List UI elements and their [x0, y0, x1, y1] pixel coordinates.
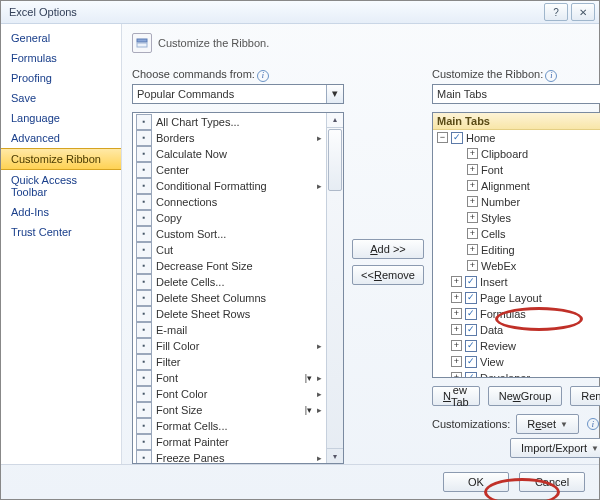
- sidebar-item-save[interactable]: Save: [1, 88, 121, 108]
- expand-icon[interactable]: +: [451, 276, 462, 287]
- help-icon[interactable]: ?: [544, 3, 568, 21]
- tree-node-insert[interactable]: +✓Insert: [433, 274, 600, 290]
- checkbox[interactable]: ✓: [465, 292, 477, 304]
- info-icon[interactable]: i: [257, 70, 269, 82]
- command-item[interactable]: ▪Connections: [134, 194, 325, 210]
- expand-icon[interactable]: +: [451, 372, 462, 378]
- command-item[interactable]: ▪Custom Sort...: [134, 226, 325, 242]
- command-item[interactable]: ▪E-mail: [134, 322, 325, 338]
- new-tab-button[interactable]: New Tab: [432, 386, 480, 406]
- tree-node-group[interactable]: +Cells: [433, 226, 600, 242]
- tree-node-group[interactable]: +WebEx: [433, 258, 600, 274]
- tree-node-view[interactable]: +✓View: [433, 354, 600, 370]
- scroll-up-icon[interactable]: ▴: [327, 113, 343, 128]
- ok-button[interactable]: OK: [443, 472, 509, 492]
- combo-indicator-icon: |▾: [305, 405, 312, 415]
- command-icon: ▪: [136, 338, 152, 354]
- tree-node-home[interactable]: −✓Home: [433, 130, 600, 146]
- close-icon[interactable]: ✕: [571, 3, 595, 21]
- tree-node-formulas[interactable]: +✓Formulas: [433, 306, 600, 322]
- new-group-button[interactable]: New Group: [488, 386, 563, 406]
- checkbox[interactable]: ✓: [451, 132, 463, 144]
- checkbox[interactable]: ✓: [465, 340, 477, 352]
- tree-node-page-layout[interactable]: +✓Page Layout: [433, 290, 600, 306]
- command-item[interactable]: ▪Calculate Now: [134, 146, 325, 162]
- expand-icon[interactable]: +: [451, 292, 462, 303]
- remove-button[interactable]: << Remove: [352, 265, 424, 285]
- expand-icon[interactable]: +: [451, 324, 462, 335]
- tree-node-group[interactable]: +Styles: [433, 210, 600, 226]
- command-item[interactable]: ▪All Chart Types...: [134, 114, 325, 130]
- checkbox[interactable]: ✓: [465, 356, 477, 368]
- tree-node-group[interactable]: +Clipboard: [433, 146, 600, 162]
- expand-icon[interactable]: +: [451, 340, 462, 351]
- expand-icon[interactable]: +: [451, 356, 462, 367]
- rename-button[interactable]: Rename...: [570, 386, 600, 406]
- sidebar-item-language[interactable]: Language: [1, 108, 121, 128]
- command-item[interactable]: ▪Fill Color▸: [134, 338, 325, 354]
- command-item[interactable]: ▪Cut: [134, 242, 325, 258]
- command-item[interactable]: ▪Freeze Panes▸: [134, 450, 325, 464]
- expand-icon[interactable]: +: [467, 260, 478, 271]
- scroll-down-icon[interactable]: ▾: [327, 448, 343, 463]
- customize-ribbon-combo[interactable]: Main Tabs ▾: [432, 84, 600, 104]
- expand-icon[interactable]: +: [467, 244, 478, 255]
- sidebar-item-customize-ribbon[interactable]: Customize Ribbon: [1, 148, 121, 170]
- checkbox[interactable]: ✓: [465, 276, 477, 288]
- commands-listbox[interactable]: ▪All Chart Types...▪Borders▸▪Calculate N…: [132, 112, 344, 465]
- command-item[interactable]: ▪Font Color▸: [134, 386, 325, 402]
- tree-node-group[interactable]: +Alignment: [433, 178, 600, 194]
- reset-button[interactable]: Reset▼: [516, 414, 579, 434]
- sidebar-item-general[interactable]: General: [1, 28, 121, 48]
- command-item[interactable]: ▪Format Painter: [134, 434, 325, 450]
- choose-commands-combo[interactable]: Popular Commands ▾: [132, 84, 344, 104]
- checkbox[interactable]: ✓: [465, 308, 477, 320]
- command-item[interactable]: ▪Decrease Font Size: [134, 258, 325, 274]
- expand-icon[interactable]: +: [467, 228, 478, 239]
- command-label: Connections: [156, 196, 323, 208]
- scrollbar[interactable]: ▴ ▾: [326, 113, 343, 464]
- tree-node-data[interactable]: +✓Data: [433, 322, 600, 338]
- expand-icon[interactable]: +: [467, 196, 478, 207]
- checkbox[interactable]: ✓: [465, 324, 477, 336]
- import-export-button[interactable]: Import/Export▼: [510, 438, 600, 458]
- command-label: Delete Sheet Columns: [156, 292, 323, 304]
- sidebar-item-trust-center[interactable]: Trust Center: [1, 222, 121, 242]
- tree-node-review[interactable]: +✓Review: [433, 338, 600, 354]
- sidebar-item-quick-access[interactable]: Quick Access Toolbar: [1, 170, 121, 202]
- checkbox[interactable]: ✓: [465, 372, 477, 379]
- expand-icon[interactable]: +: [467, 164, 478, 175]
- sidebar-item-addins[interactable]: Add-Ins: [1, 202, 121, 222]
- scroll-thumb[interactable]: [328, 129, 342, 191]
- command-item[interactable]: ▪Font Size|▾▸: [134, 402, 325, 418]
- tree-node-group[interactable]: +Font: [433, 162, 600, 178]
- info-icon[interactable]: i: [587, 418, 599, 430]
- submenu-arrow-icon: ▸: [316, 389, 323, 399]
- cancel-button[interactable]: Cancel: [519, 472, 585, 492]
- collapse-icon[interactable]: −: [437, 132, 448, 143]
- ribbon-tree[interactable]: Main Tabs −✓Home+Clipboard+Font+Alignmen…: [432, 112, 600, 379]
- tree-node-developer[interactable]: +✓Developer: [433, 370, 600, 379]
- command-item[interactable]: ▪Filter: [134, 354, 325, 370]
- command-item[interactable]: ▪Format Cells...: [134, 418, 325, 434]
- tree-node-group[interactable]: +Number: [433, 194, 600, 210]
- command-item[interactable]: ▪Delete Cells...: [134, 274, 325, 290]
- sidebar-item-formulas[interactable]: Formulas: [1, 48, 121, 68]
- info-icon[interactable]: i: [545, 70, 557, 82]
- sidebar-item-proofing[interactable]: Proofing: [1, 68, 121, 88]
- command-item[interactable]: ▪Borders▸: [134, 130, 325, 146]
- command-item[interactable]: ▪Conditional Formatting▸: [134, 178, 325, 194]
- command-item[interactable]: ▪Center: [134, 162, 325, 178]
- command-item[interactable]: ▪Copy: [134, 210, 325, 226]
- expand-icon[interactable]: +: [451, 308, 462, 319]
- chevron-down-icon: ▾: [326, 85, 343, 103]
- expand-icon[interactable]: +: [467, 180, 478, 191]
- sidebar-item-advanced[interactable]: Advanced: [1, 128, 121, 148]
- add-button[interactable]: Add >>: [352, 239, 424, 259]
- tree-node-group[interactable]: +Editing: [433, 242, 600, 258]
- expand-icon[interactable]: +: [467, 148, 478, 159]
- expand-icon[interactable]: +: [467, 212, 478, 223]
- command-item[interactable]: ▪Delete Sheet Rows: [134, 306, 325, 322]
- command-item[interactable]: ▪Font|▾▸: [134, 370, 325, 386]
- command-item[interactable]: ▪Delete Sheet Columns: [134, 290, 325, 306]
